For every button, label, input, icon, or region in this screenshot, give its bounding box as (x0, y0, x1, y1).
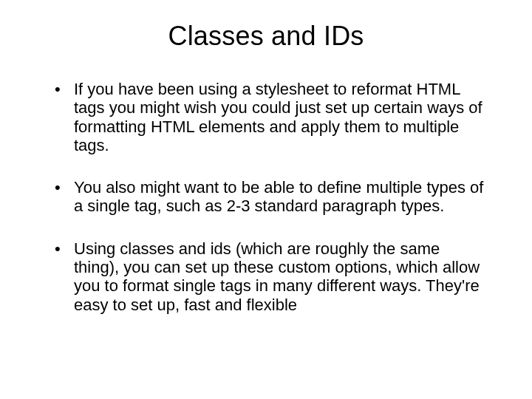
slide-title: Classes and IDs (44, 21, 488, 52)
bullet-list: If you have been using a stylesheet to r… (44, 80, 488, 314)
list-item: You also might want to be able to define… (55, 178, 488, 216)
list-item: If you have been using a stylesheet to r… (55, 80, 488, 154)
list-item: Using classes and ids (which are roughly… (55, 239, 488, 314)
